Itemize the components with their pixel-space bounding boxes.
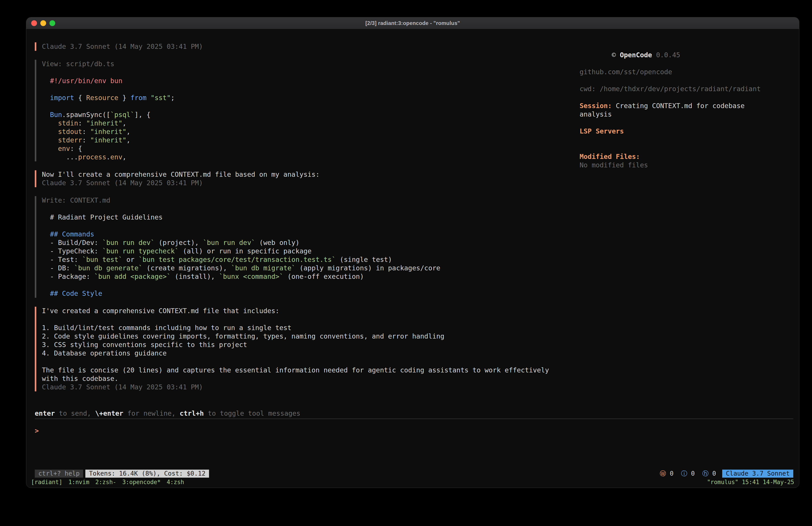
opencode-brand: © OpenCode 0.0.45 (580, 42, 773, 68)
model-badge: Claude 3.7 Sonnet (722, 470, 793, 478)
app-name: OpenCode (620, 51, 652, 59)
assistant-message-intro: Now I'll create a comprehensive CONTEXT.… (35, 170, 569, 187)
status-bar: ctrl+? help Tokens: 16.4K (8%), Cost: $0… (35, 470, 793, 478)
sidebar-info: github.com/sst/opencode cwd: /home/thdxr… (580, 68, 773, 169)
tmux-window-nvim[interactable]: 1:nvim (69, 479, 89, 485)
tmux-window-opencode-current[interactable]: 3:opencode* (122, 479, 161, 485)
message-input[interactable]: > (35, 427, 793, 462)
tmux-window-list: [radiant] 1:nvim 2:zsh- 3:opencode* 4:zs… (31, 479, 184, 485)
window-title: [2/3] radiant:3:opencode - "romulus" (365, 20, 460, 26)
terminal-content: Claude 3.7 Sonnet (14 May 2025 03:41 PM)… (26, 29, 799, 488)
tool-output-write-context-md: Write: CONTEXT.md # Radiant Project Guid… (35, 196, 569, 298)
sidebar: © OpenCode 0.0.45 github.com/sst/opencod… (580, 42, 773, 169)
tool-output-view-db-ts: View: script/db.ts #!/usr/bin/env bun im… (35, 60, 569, 161)
app-version: 0.0.45 (652, 51, 680, 59)
minimize-button[interactable] (40, 20, 46, 26)
prompt-caret: > (35, 427, 39, 435)
conversation: Claude 3.7 Sonnet (14 May 2025 03:41 PM)… (35, 42, 569, 400)
input-hint: enter to send, \+enter for newline, ctrl… (35, 409, 300, 418)
input-divider (35, 418, 793, 419)
diagnostics-counters: Ⓦ 0 ⓘ 0 ⓗ 0 (660, 470, 716, 478)
terminal-window: [2/3] radiant:3:opencode - "romulus" Cla… (26, 17, 799, 488)
tmux-window-zsh[interactable]: 4:zsh (167, 479, 184, 485)
tmux-status-bar: [radiant] 1:nvim 2:zsh- 3:opencode* 4:zs… (31, 478, 794, 486)
tmux-session-name: [radiant] (31, 479, 62, 485)
token-cost-badge: Tokens: 16.4K (8%), Cost: $0.12 (85, 470, 209, 478)
opencode-logo-icon: © (612, 51, 620, 59)
fullscreen-button[interactable] (49, 20, 55, 26)
close-button[interactable] (31, 20, 37, 26)
tmux-host-clock: "romulus" 15:41 14-May-25 (707, 479, 794, 485)
assistant-message-header: Claude 3.7 Sonnet (14 May 2025 03:41 PM) (35, 42, 569, 51)
help-shortcut-badge: ctrl+? help (35, 470, 83, 478)
assistant-message-summary: I've created a comprehensive CONTEXT.md … (35, 307, 569, 392)
traffic-lights (31, 17, 55, 29)
tmux-window-zsh-last[interactable]: 2:zsh- (96, 479, 116, 485)
titlebar: [2/3] radiant:3:opencode - "romulus" (26, 17, 799, 29)
